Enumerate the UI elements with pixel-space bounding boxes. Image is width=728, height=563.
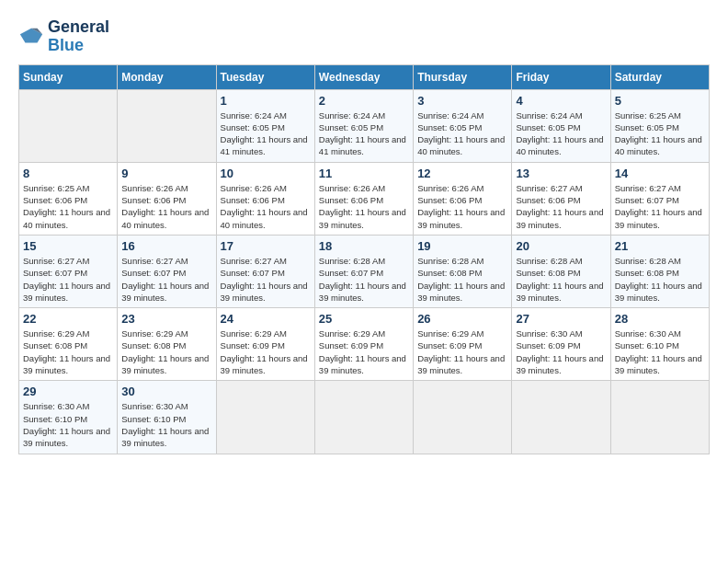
day-number: 25 — [319, 312, 409, 326]
logo-text: General Blue — [48, 18, 109, 55]
weekday-header-saturday: Saturday — [610, 64, 709, 89]
day-number: 14 — [615, 167, 705, 180]
day-number: 12 — [417, 167, 507, 180]
calendar-day-cell: 25 Sunrise: 6:29 AM Sunset: 6:09 PM Dayl… — [314, 308, 413, 381]
calendar-day-cell: 22 Sunrise: 6:29 AM Sunset: 6:08 PM Dayl… — [19, 308, 118, 381]
day-detail: Sunrise: 6:25 AM Sunset: 6:05 PM Dayligh… — [615, 109, 705, 158]
weekday-header-row: SundayMondayTuesdayWednesdayThursdayFrid… — [19, 64, 710, 89]
day-number: 23 — [121, 312, 211, 326]
day-number: 21 — [615, 239, 705, 253]
calendar-day-cell: 11 Sunrise: 6:26 AM Sunset: 6:06 PM Dayl… — [314, 162, 413, 235]
calendar-table: SundayMondayTuesdayWednesdayThursdayFrid… — [18, 64, 710, 454]
day-detail: Sunrise: 6:29 AM Sunset: 6:08 PM Dayligh… — [121, 327, 211, 376]
calendar-week-row: 1 Sunrise: 6:24 AM Sunset: 6:05 PM Dayli… — [19, 89, 710, 162]
weekday-header-wednesday: Wednesday — [314, 64, 413, 89]
day-detail: Sunrise: 6:29 AM Sunset: 6:09 PM Dayligh… — [417, 327, 507, 376]
weekday-header-sunday: Sunday — [19, 64, 118, 89]
day-detail: Sunrise: 6:26 AM Sunset: 6:06 PM Dayligh… — [121, 182, 211, 231]
day-detail: Sunrise: 6:28 AM Sunset: 6:08 PM Dayligh… — [417, 255, 507, 304]
calendar-day-cell — [118, 89, 216, 162]
calendar-day-cell — [314, 381, 413, 454]
day-number: 1 — [221, 94, 311, 108]
day-number: 22 — [23, 312, 113, 326]
calendar-day-cell: 9 Sunrise: 6:26 AM Sunset: 6:06 PM Dayli… — [118, 162, 216, 235]
day-number: 13 — [516, 167, 606, 180]
calendar-day-cell: 30 Sunrise: 6:30 AM Sunset: 6:10 PM Dayl… — [118, 381, 216, 454]
day-number: 26 — [417, 312, 507, 326]
day-detail: Sunrise: 6:29 AM Sunset: 6:08 PM Dayligh… — [23, 327, 113, 376]
day-detail: Sunrise: 6:24 AM Sunset: 6:05 PM Dayligh… — [221, 109, 311, 158]
day-number: 18 — [319, 239, 409, 253]
calendar-day-cell: 29 Sunrise: 6:30 AM Sunset: 6:10 PM Dayl… — [19, 381, 118, 454]
day-number: 10 — [221, 167, 311, 180]
day-detail: Sunrise: 6:28 AM Sunset: 6:07 PM Dayligh… — [319, 255, 409, 304]
day-detail: Sunrise: 6:26 AM Sunset: 6:06 PM Dayligh… — [221, 182, 311, 231]
day-number: 16 — [121, 239, 211, 253]
calendar-day-cell: 17 Sunrise: 6:27 AM Sunset: 6:07 PM Dayl… — [216, 235, 314, 307]
day-detail: Sunrise: 6:27 AM Sunset: 6:07 PM Dayligh… — [615, 182, 705, 231]
weekday-header-thursday: Thursday — [414, 64, 512, 89]
calendar-day-cell: 5 Sunrise: 6:25 AM Sunset: 6:05 PM Dayli… — [610, 89, 709, 162]
day-detail: Sunrise: 6:27 AM Sunset: 6:07 PM Dayligh… — [23, 255, 113, 304]
day-number: 24 — [221, 312, 311, 326]
day-number: 8 — [23, 167, 113, 180]
day-detail: Sunrise: 6:24 AM Sunset: 6:05 PM Dayligh… — [319, 109, 409, 158]
calendar-day-cell: 14 Sunrise: 6:27 AM Sunset: 6:07 PM Dayl… — [610, 162, 709, 235]
day-detail: Sunrise: 6:27 AM Sunset: 6:06 PM Dayligh… — [516, 182, 606, 231]
day-detail: Sunrise: 6:24 AM Sunset: 6:05 PM Dayligh… — [516, 109, 606, 158]
day-number: 4 — [516, 94, 606, 108]
day-detail: Sunrise: 6:26 AM Sunset: 6:06 PM Dayligh… — [417, 182, 507, 231]
calendar-day-cell: 20 Sunrise: 6:28 AM Sunset: 6:08 PM Dayl… — [512, 235, 610, 307]
calendar-day-cell: 24 Sunrise: 6:29 AM Sunset: 6:09 PM Dayl… — [216, 308, 314, 381]
weekday-header-friday: Friday — [512, 64, 610, 89]
day-detail: Sunrise: 6:27 AM Sunset: 6:07 PM Dayligh… — [121, 255, 211, 304]
day-detail: Sunrise: 6:26 AM Sunset: 6:06 PM Dayligh… — [319, 182, 409, 231]
day-detail: Sunrise: 6:30 AM Sunset: 6:10 PM Dayligh… — [23, 400, 113, 449]
page-header: General Blue — [18, 18, 710, 55]
weekday-header-monday: Monday — [118, 64, 216, 89]
calendar-day-cell: 18 Sunrise: 6:28 AM Sunset: 6:07 PM Dayl… — [314, 235, 413, 307]
day-detail: Sunrise: 6:29 AM Sunset: 6:09 PM Dayligh… — [319, 327, 409, 376]
calendar-day-cell — [512, 381, 610, 454]
day-number: 30 — [121, 385, 211, 398]
calendar-day-cell: 2 Sunrise: 6:24 AM Sunset: 6:05 PM Dayli… — [314, 89, 413, 162]
day-number: 9 — [121, 167, 211, 180]
calendar-day-cell: 23 Sunrise: 6:29 AM Sunset: 6:08 PM Dayl… — [118, 308, 216, 381]
day-detail: Sunrise: 6:29 AM Sunset: 6:09 PM Dayligh… — [221, 327, 311, 376]
day-detail: Sunrise: 6:28 AM Sunset: 6:08 PM Dayligh… — [516, 255, 606, 304]
day-detail: Sunrise: 6:27 AM Sunset: 6:07 PM Dayligh… — [221, 255, 311, 304]
weekday-header-tuesday: Tuesday — [216, 64, 314, 89]
day-detail: Sunrise: 6:30 AM Sunset: 6:09 PM Dayligh… — [516, 327, 606, 376]
day-number: 11 — [319, 167, 409, 180]
day-number: 27 — [516, 312, 606, 326]
calendar-day-cell: 13 Sunrise: 6:27 AM Sunset: 6:06 PM Dayl… — [512, 162, 610, 235]
calendar-week-row: 15 Sunrise: 6:27 AM Sunset: 6:07 PM Dayl… — [19, 235, 710, 307]
calendar-day-cell: 21 Sunrise: 6:28 AM Sunset: 6:08 PM Dayl… — [610, 235, 709, 307]
calendar-day-cell: 3 Sunrise: 6:24 AM Sunset: 6:05 PM Dayli… — [414, 89, 512, 162]
day-number: 3 — [417, 94, 507, 108]
day-detail: Sunrise: 6:30 AM Sunset: 6:10 PM Dayligh… — [121, 400, 211, 449]
day-number: 17 — [221, 239, 311, 253]
calendar-day-cell: 15 Sunrise: 6:27 AM Sunset: 6:07 PM Dayl… — [19, 235, 118, 307]
day-number: 15 — [23, 239, 113, 253]
calendar-day-cell: 10 Sunrise: 6:26 AM Sunset: 6:06 PM Dayl… — [216, 162, 314, 235]
calendar-day-cell: 19 Sunrise: 6:28 AM Sunset: 6:08 PM Dayl… — [414, 235, 512, 307]
day-detail: Sunrise: 6:30 AM Sunset: 6:10 PM Dayligh… — [615, 327, 705, 376]
calendar-day-cell: 12 Sunrise: 6:26 AM Sunset: 6:06 PM Dayl… — [414, 162, 512, 235]
calendar-week-row: 22 Sunrise: 6:29 AM Sunset: 6:08 PM Dayl… — [19, 308, 710, 381]
calendar-day-cell — [216, 381, 314, 454]
calendar-day-cell — [19, 89, 118, 162]
calendar-week-row: 29 Sunrise: 6:30 AM Sunset: 6:10 PM Dayl… — [19, 381, 710, 454]
day-number: 2 — [319, 94, 409, 108]
logo-icon — [18, 24, 44, 50]
calendar-day-cell: 28 Sunrise: 6:30 AM Sunset: 6:10 PM Dayl… — [610, 308, 709, 381]
calendar-day-cell: 27 Sunrise: 6:30 AM Sunset: 6:09 PM Dayl… — [512, 308, 610, 381]
calendar-week-row: 8 Sunrise: 6:25 AM Sunset: 6:06 PM Dayli… — [19, 162, 710, 235]
calendar-day-cell: 8 Sunrise: 6:25 AM Sunset: 6:06 PM Dayli… — [19, 162, 118, 235]
day-number: 28 — [615, 312, 705, 326]
calendar-day-cell: 16 Sunrise: 6:27 AM Sunset: 6:07 PM Dayl… — [118, 235, 216, 307]
day-number: 29 — [23, 385, 113, 398]
day-detail: Sunrise: 6:28 AM Sunset: 6:08 PM Dayligh… — [615, 255, 705, 304]
calendar-day-cell — [414, 381, 512, 454]
day-number: 20 — [516, 239, 606, 253]
